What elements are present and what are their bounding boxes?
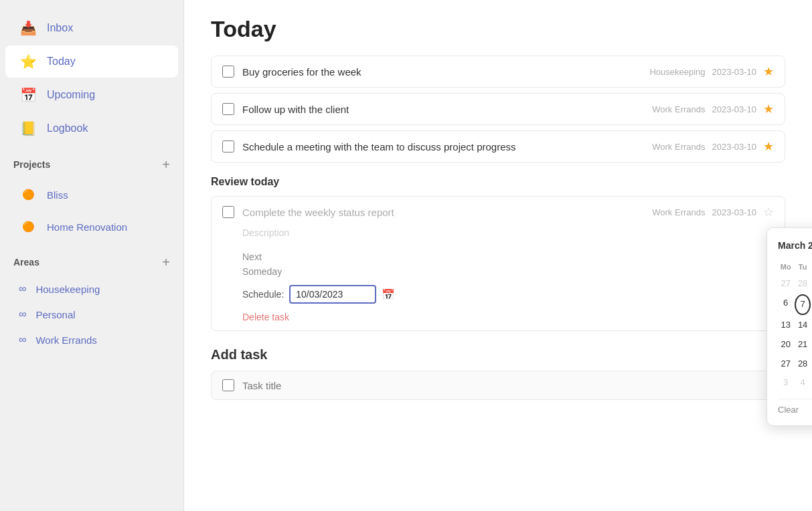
sidebar-item-label-inbox: Inbox xyxy=(47,22,73,34)
calendar-day[interactable]: 20 xyxy=(778,336,793,354)
calendar-day[interactable]: 6 xyxy=(778,294,793,315)
calendar-header: March 2023 ▾ ↑ ↓ xyxy=(778,239,812,252)
page-title: Today xyxy=(211,16,785,42)
task-star-1[interactable]: ★ xyxy=(763,64,774,79)
calendar-day-header: Tu xyxy=(795,260,810,274)
next-link[interactable]: Next xyxy=(242,251,774,262)
delete-task-link[interactable]: Delete task xyxy=(222,309,774,322)
projects-section: Projects + xyxy=(0,151,183,178)
project-label-home-renovation: Home Renovation xyxy=(47,221,127,233)
calendar-day[interactable]: 7 xyxy=(795,294,810,315)
task-item: Buy groceries for the week Housekeeping … xyxy=(211,56,785,88)
calendar-clear-btn[interactable]: Clear xyxy=(778,405,799,415)
sidebar-area-personal[interactable]: ∞ Personal xyxy=(5,302,178,326)
add-task-section: Add task xyxy=(211,347,785,400)
action-links: Next Someday xyxy=(222,246,774,282)
review-section-title: Review today xyxy=(211,176,785,188)
task-checkbox-2[interactable] xyxy=(222,103,234,115)
review-task-tag: Work Errands xyxy=(652,207,705,217)
personal-icon: ∞ xyxy=(19,308,26,320)
calendar-icon[interactable]: 📅 xyxy=(382,288,395,301)
calendar-day[interactable]: 14 xyxy=(795,316,810,334)
project-label-bliss: Bliss xyxy=(47,189,68,201)
bliss-icon: 🟠 xyxy=(19,185,37,204)
task-tag-3: Work Errands xyxy=(652,142,705,152)
calendar-day[interactable]: 13 xyxy=(778,316,793,334)
task-meta-3: Work Errands 2023-03-10 ★ xyxy=(652,139,774,154)
sidebar-area-work-errands[interactable]: ∞ Work Errands xyxy=(5,328,178,352)
task-checkbox-3[interactable] xyxy=(222,140,234,152)
home-renovation-icon: 🟠 xyxy=(19,217,37,236)
task-text-1: Buy groceries for the week xyxy=(242,66,641,78)
add-task-title: Add task xyxy=(211,347,785,363)
main-content: Today Buy groceries for the week Houseke… xyxy=(184,0,812,511)
calendar-month-label[interactable]: March 2023 ▾ xyxy=(778,240,812,251)
sidebar-area-housekeeping[interactable]: ∞ Housekeeping xyxy=(5,277,178,301)
review-task-top: Complete the weekly status report Work E… xyxy=(222,205,774,219)
review-task-star[interactable]: ☆ xyxy=(763,205,774,219)
someday-link[interactable]: Someday xyxy=(242,266,774,277)
review-task-text: Complete the weekly status report xyxy=(242,207,644,218)
task-date-2: 2023-03-10 xyxy=(712,104,757,114)
sidebar-project-bliss[interactable]: 🟠 Bliss xyxy=(5,179,178,210)
new-task-checkbox[interactable] xyxy=(222,379,234,391)
sidebar-item-logbook[interactable]: 📒 Logbook xyxy=(5,112,178,144)
sidebar-item-inbox[interactable]: 📥 Inbox xyxy=(5,12,178,44)
task-meta-1: Housekeeping 2023-03-10 ★ xyxy=(649,64,774,79)
today-icon: ⭐ xyxy=(19,52,37,71)
area-label-personal: Personal xyxy=(35,309,75,320)
sidebar-item-today[interactable]: ⭐ Today xyxy=(5,45,178,78)
sidebar-project-home-renovation[interactable]: 🟠 Home Renovation xyxy=(5,211,178,242)
task-text-3: Schedule a meeting with the team to disc… xyxy=(242,141,644,152)
review-task-date: 2023-03-10 xyxy=(712,207,757,217)
sidebar-item-label-logbook: Logbook xyxy=(47,122,88,134)
tasks-list: Buy groceries for the week Housekeeping … xyxy=(211,56,785,163)
task-checkbox-1[interactable] xyxy=(222,66,234,78)
task-date-1: 2023-03-10 xyxy=(712,67,757,77)
areas-label: Areas xyxy=(13,257,39,268)
upcoming-icon: 📅 xyxy=(19,86,37,104)
review-task-item: Complete the weekly status report Work E… xyxy=(211,196,785,331)
task-tag-2: Work Errands xyxy=(652,104,705,114)
task-tag-1: Housekeeping xyxy=(649,67,705,77)
calendar-popup: March 2023 ▾ ↑ ↓ MoTuWeThFrSaSu272812345… xyxy=(766,227,812,426)
calendar-footer: Clear Today xyxy=(778,399,812,415)
review-task-meta: Work Errands 2023-03-10 ☆ xyxy=(652,205,774,219)
calendar-day[interactable]: 4 xyxy=(795,374,810,392)
sidebar-item-label-today: Today xyxy=(47,56,76,68)
task-item: Schedule a meeting with the team to disc… xyxy=(211,130,785,163)
schedule-row: Schedule: 📅 xyxy=(222,282,774,304)
calendar-day[interactable]: 28 xyxy=(795,355,810,373)
add-task-input-row xyxy=(211,371,785,400)
projects-label: Projects xyxy=(13,159,50,170)
review-task-checkbox[interactable] xyxy=(222,206,234,218)
areas-section: Areas + xyxy=(0,249,183,276)
calendar-day[interactable]: 27 xyxy=(778,275,793,293)
add-area-button[interactable]: + xyxy=(162,256,170,269)
new-task-input[interactable] xyxy=(242,380,774,391)
task-star-3[interactable]: ★ xyxy=(763,139,774,154)
sidebar: 📥 Inbox⭐ Today📅 Upcoming📒 Logbook Projec… xyxy=(0,0,184,511)
task-star-2[interactable]: ★ xyxy=(763,102,774,116)
calendar-grid: MoTuWeThFrSaSu27281234567891011121314151… xyxy=(778,260,812,392)
calendar-day[interactable]: 21 xyxy=(795,336,810,354)
task-meta-2: Work Errands 2023-03-10 ★ xyxy=(652,102,774,116)
task-text-2: Follow up with the client xyxy=(242,104,644,115)
sidebar-item-label-upcoming: Upcoming xyxy=(47,89,95,101)
schedule-label: Schedule: xyxy=(242,289,284,300)
calendar-day-header: Mo xyxy=(778,260,793,274)
calendar-day[interactable]: 27 xyxy=(778,355,793,373)
area-label-work-errands: Work Errands xyxy=(35,334,96,346)
calendar-day[interactable]: 3 xyxy=(778,374,793,392)
review-task-description[interactable]: Description xyxy=(222,225,774,241)
sidebar-item-upcoming[interactable]: 📅 Upcoming xyxy=(5,79,178,111)
inbox-icon: 📥 xyxy=(19,19,37,37)
schedule-input[interactable] xyxy=(289,285,376,304)
work-errands-icon: ∞ xyxy=(19,334,26,346)
area-label-housekeeping: Housekeeping xyxy=(35,284,100,295)
housekeeping-icon: ∞ xyxy=(19,283,26,295)
calendar-day[interactable]: 28 xyxy=(795,275,810,293)
task-item: Follow up with the client Work Errands 2… xyxy=(211,93,785,125)
add-project-button[interactable]: + xyxy=(162,158,170,171)
task-date-3: 2023-03-10 xyxy=(712,142,757,152)
